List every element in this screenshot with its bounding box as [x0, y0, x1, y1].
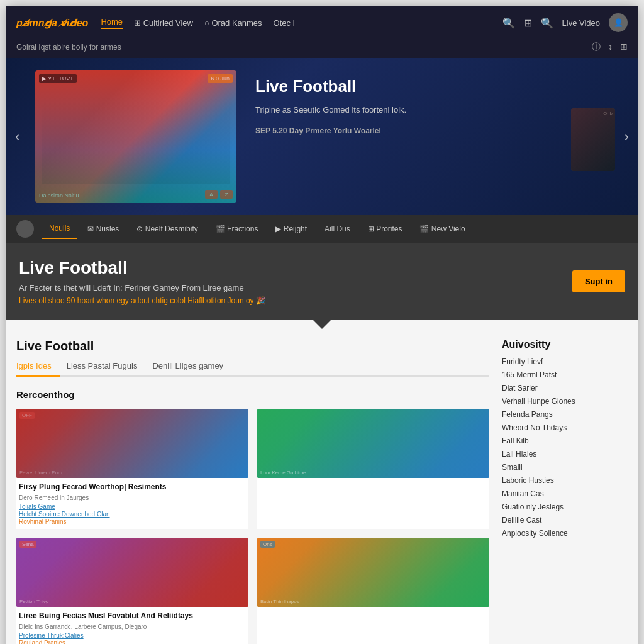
sidebar-item-3[interactable]: Verhali Hunpe Giones: [502, 396, 628, 406]
sidebar-item-11[interactable]: Guatio nly Jeslegs: [502, 502, 628, 512]
video-thumb-4[interactable]: Ons Butin Thimlnapos: [257, 538, 489, 607]
content-right: Auivositty Furidty Lievf 165 Merml Patst…: [502, 339, 628, 644]
cat-tab-prorites[interactable]: ⊞ Prorites: [360, 219, 410, 238]
video-link-1b[interactable]: Helcht Sooime Downenbed Clan: [19, 511, 246, 518]
sidebar-item-1[interactable]: 165 Merml Patst: [502, 370, 628, 380]
hero-prev-arrow[interactable]: ‹: [6, 128, 29, 145]
main-content: Live Football Igpls Ides Liess Pastal Fu…: [6, 320, 638, 644]
nav-otec[interactable]: Otec l: [274, 18, 295, 28]
video-card-1: OFF Favret Umern Poru Firsy Plung Fecrad…: [16, 409, 248, 529]
cat-tab-new-label: 🎬 New Vielo: [419, 225, 465, 233]
info-icon[interactable]: ⓘ: [592, 42, 601, 53]
section-tabs: Igpls Ides Liess Pastal Fuguls Deniil Li…: [16, 356, 489, 377]
hero-image[interactable]: ▶ YTTTUVT 6.0 Jun Daipsiran Naitlu A Z: [35, 70, 236, 203]
sidebar-item-0[interactable]: Furidty Lievf: [502, 357, 628, 367]
video-title-3: Liree Buing Fecias Musl Fovablut And Rel…: [19, 611, 246, 621]
hero-desc: Tripine as Seeutic Gomed its foortenl lo…: [255, 104, 565, 116]
sidebar-item-12[interactable]: Dellilie Cast: [502, 515, 628, 525]
video-info-1: Firsy Plung Fecrad Weorthop| Resiments D…: [16, 478, 248, 529]
nav-orad[interactable]: ○ Orad Kanmes: [204, 18, 262, 28]
hero-title: Live Football: [255, 77, 565, 96]
avatar[interactable]: 👤: [609, 13, 628, 32]
cat-tab-noulis[interactable]: Noulis: [42, 219, 77, 239]
video-thumb-3[interactable]: Sena Pettion Thivg: [16, 538, 248, 607]
sidebar-item-5[interactable]: Wheord No Thdays: [502, 423, 628, 433]
cat-tab-noulis-label: Noulis: [49, 224, 70, 233]
promo-content: Live Football Ar Fecter ts thet will Lde…: [19, 258, 572, 305]
sidebar-item-7[interactable]: Lali Hlales: [502, 449, 628, 459]
promo-title: Live Football: [19, 258, 572, 278]
video-links-1: Tolials Game Helcht Sooime Downenbed Cla…: [19, 503, 246, 525]
top-nav: pa̸mng̸a v̸id̸eo Home ⊞ Cultiried View ○…: [6, 6, 638, 39]
sidebar-item-10[interactable]: Maniian Cas: [502, 489, 628, 499]
search-icon[interactable]: 🔍: [502, 17, 515, 29]
hero-next-arrow[interactable]: ›: [615, 128, 638, 145]
thumb-label: Ol b: [603, 111, 613, 116]
subsection-title: Rercoenthog: [16, 389, 489, 400]
cat-icon: [16, 220, 34, 238]
video-link-3a[interactable]: Prolesine Thruk:Clalies: [19, 632, 246, 639]
cat-tab-new[interactable]: 🎬 New Vielo: [412, 219, 472, 238]
grid2-icon[interactable]: ⊞: [620, 42, 628, 53]
nav-brand: Live Video: [562, 18, 600, 28]
cat-tab-neelt[interactable]: ⊙ Neelt Desmibity: [129, 219, 205, 238]
video-info-3: Liree Buing Fecias Musl Fovablut And Rel…: [16, 607, 248, 644]
sidebar-title: Auivositty: [502, 339, 628, 350]
cat-tab-prorites-label: ⊞ Prorites: [368, 225, 402, 233]
sec-tab-igpls[interactable]: Igpls Ides: [16, 356, 60, 377]
video-card-4: Ons Butin Thimlnapos: [257, 538, 489, 644]
video-grid: OFF Favret Umern Poru Firsy Plung Fecrad…: [16, 409, 489, 644]
nav-right: 🔍 ⊞ 🔍 Live Video 👤: [502, 13, 628, 32]
promo-sub-text: Lives oll shoo 90 hoart whon egy adout c…: [19, 296, 186, 305]
sidebar-item-9[interactable]: Laboric Husties: [502, 475, 628, 486]
promo-arrow-down: [313, 320, 331, 329]
hero-right-thumb[interactable]: Ol b: [571, 108, 615, 171]
logo[interactable]: pa̸mng̸a v̸id̸eo: [16, 17, 88, 29]
nav-cultired[interactable]: ⊞ Cultiried View: [134, 18, 193, 28]
sidebar-item-13[interactable]: Anpioosity Sollence: [502, 528, 628, 538]
promo-sub: Lives oll shoo 90 hoart whon egy adout c…: [19, 296, 572, 305]
category-tabs: Noulis ✉ Nusles ⊙ Neelt Desmibity 🎬 Frac…: [6, 215, 638, 243]
promo-section: Live Football Ar Fecter ts thet will Lde…: [6, 243, 638, 320]
sec-tab-liess[interactable]: Liess Pastal Fuguls: [67, 356, 147, 375]
video-card-3: Sena Pettion Thivg Liree Buing Fecias Mu…: [16, 538, 248, 644]
sidebar-item-4[interactable]: Felenda Pangs: [502, 409, 628, 419]
grid-icon[interactable]: ⊞: [524, 17, 532, 29]
nav-home[interactable]: Home: [101, 17, 123, 29]
section-title: Live Football: [16, 339, 489, 353]
sidebar-item-6[interactable]: Fall Kilb: [502, 436, 628, 446]
sec-tab-deniil[interactable]: Deniil Liiges gamey: [152, 356, 232, 375]
promo-desc: Ar Fecter ts thet will Ldeft In: Feriner…: [19, 283, 572, 292]
video-link-3b[interactable]: Rquland Pranies: [19, 640, 246, 644]
content-left: Live Football Igpls Ides Liess Pastal Fu…: [16, 339, 489, 644]
video-info-4: [257, 607, 489, 614]
nav-links: Home ⊞ Cultiried View ○ Orad Kanmes Otec…: [101, 17, 294, 29]
video-thumb-2[interactable]: Lour Kerne Guthiore: [257, 409, 489, 478]
cat-tab-nusles[interactable]: ✉ Nusles: [80, 219, 126, 238]
subtitle-icons: ⓘ ↕ ⊞: [592, 42, 628, 53]
sidebar-item-2[interactable]: Diat Sarier: [502, 383, 628, 393]
video-link-1a[interactable]: Tolials Game: [19, 503, 246, 510]
promo-sub-link[interactable]: Hiaflbotiton Joun oy 🎉: [187, 296, 265, 305]
sidebar-item-8[interactable]: Smaill: [502, 462, 628, 472]
cat-tab-neelt-label: ⊙ Neelt Desmibity: [136, 225, 197, 233]
cat-tab-fractions[interactable]: 🎬 Fractions: [208, 219, 266, 238]
video-meta-3: Dieic Ins Garrandc, Larbere Campus, Dieg…: [19, 623, 246, 630]
video-meta-1: Dero Remeed in Jaurges: [19, 494, 246, 501]
video-link-1c[interactable]: Rovhinal Pranins: [19, 518, 246, 525]
cat-tab-reijght[interactable]: ▶ Reijght: [268, 219, 314, 238]
subtitle-text: Goiral Iqst abire boliy for armes: [16, 43, 121, 52]
search2-icon[interactable]: 🔍: [541, 17, 553, 29]
subtitle-bar: Goiral Iqst abire boliy for armes ⓘ ↕ ⊞: [6, 39, 638, 58]
video-thumb-1[interactable]: OFF Favret Umern Poru: [16, 409, 248, 478]
hero-section: ‹ ▶ YTTTUVT 6.0 Jun Daipsiran Naitlu A Z…: [6, 58, 638, 215]
supt-in-button[interactable]: Supt in: [572, 270, 625, 292]
cat-tab-reijght-label: ▶ Reijght: [275, 225, 307, 233]
sidebar-list: Furidty Lievf 165 Merml Patst Diat Sarie…: [502, 357, 628, 538]
hero-right-preview: Ol b: [571, 102, 615, 171]
sort-icon[interactable]: ↕: [608, 42, 613, 53]
video-info-2: [257, 478, 489, 486]
cat-tab-aill[interactable]: Aill Dus: [317, 219, 358, 238]
cat-tab-fractions-label: 🎬 Fractions: [216, 225, 258, 233]
hero-content: ▶ YTTTUVT 6.0 Jun Daipsiran Naitlu A Z L…: [29, 70, 571, 203]
